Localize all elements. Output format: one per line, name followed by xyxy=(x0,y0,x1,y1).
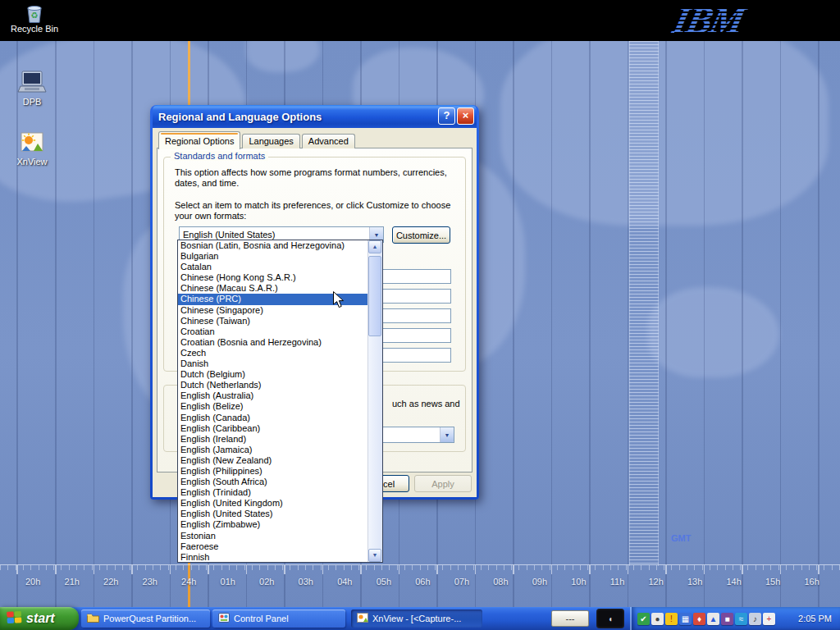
list-item[interactable]: Chinese (Macau S.A.R.) xyxy=(178,283,368,294)
list-item[interactable]: Chinese (Hong Kong S.A.R.) xyxy=(178,272,368,283)
list-item[interactable]: Estonian xyxy=(178,531,368,541)
list-item[interactable]: Croatian (Bosnia and Herzegovina) xyxy=(178,337,368,348)
taskbar-button-control-panel[interactable]: Control Panel xyxy=(212,609,345,628)
tray-icon-7[interactable]: ■ xyxy=(721,613,733,625)
hour-label: 08h xyxy=(493,577,508,587)
recycle-bin-label: Recycle Bin xyxy=(10,24,59,34)
list-scrollbar[interactable]: ▲ ▼ xyxy=(368,240,382,562)
tray-icon-8[interactable]: ≈ xyxy=(735,613,747,625)
xnview-icon xyxy=(357,613,368,624)
list-item[interactable]: Finnish xyxy=(178,552,368,562)
list-item[interactable]: English (South Africa) xyxy=(178,477,368,487)
close-button[interactable]: × xyxy=(457,107,474,125)
folder-icon xyxy=(87,613,99,624)
desktop-screen: ♻ Recycle Bin IBM 20h21h22h23h24h01h02h0… xyxy=(0,0,840,630)
list-item[interactable]: Bulgarian xyxy=(178,251,368,262)
location-text-fragment: uch as news and xyxy=(392,399,460,409)
hour-label: 06h xyxy=(415,577,430,587)
tray-icons: ✔●!▦♦▲■≈♪+ xyxy=(637,613,777,625)
hour-label: 22h xyxy=(103,577,118,587)
start-button[interactable]: start xyxy=(0,607,79,630)
tray-icon-10[interactable]: + xyxy=(763,613,775,625)
list-item[interactable]: English (Zimbabwe) xyxy=(178,519,368,530)
chevron-down-icon[interactable]: ▼ xyxy=(440,427,454,442)
hour-label: 24h xyxy=(181,577,196,587)
tab-regional-options[interactable]: Regional Options xyxy=(158,131,240,149)
list-item[interactable]: Croatian xyxy=(178,326,368,337)
list-item[interactable]: Chinese (Singapore) xyxy=(178,305,368,316)
desktop-icon-dpb[interactable]: DPB xyxy=(2,71,62,107)
desktop-icon-xnview[interactable]: XnView xyxy=(2,131,62,167)
group-caption: Standards and formats xyxy=(171,151,268,161)
taskbar-dark-app-icon[interactable]: ◖ xyxy=(596,609,624,628)
recycle-bin-desktop-icon[interactable]: ♻ Recycle Bin xyxy=(10,2,59,34)
hour-label: 16h xyxy=(805,577,819,587)
list-item[interactable]: English (Caribbean) xyxy=(178,423,368,434)
list-item[interactable]: Czech xyxy=(178,348,368,358)
tray-icon-6[interactable]: ▲ xyxy=(707,613,719,625)
list-item[interactable]: English (United States) xyxy=(178,509,368,519)
list-item[interactable]: English (Ireland) xyxy=(178,434,368,445)
hour-label: 13h xyxy=(687,577,702,587)
hour-label: 10h xyxy=(571,577,586,587)
hour-label: 03h xyxy=(299,577,313,587)
list-item[interactable]: Danish xyxy=(178,358,368,369)
taskbar-button-label: PowerQuest Partition... xyxy=(103,614,196,623)
taskbar-overflow-button[interactable]: --- xyxy=(551,610,589,627)
top-bar: ♻ Recycle Bin IBM xyxy=(0,0,840,41)
list-item[interactable]: English (Philippines) xyxy=(178,466,368,477)
tray-icon-9[interactable]: ♪ xyxy=(749,613,761,625)
windows-flag-icon xyxy=(7,610,22,628)
laptop-icon xyxy=(17,86,47,96)
list-item[interactable]: Bosnian (Latin, Bosnia and Herzegovina) xyxy=(178,240,368,251)
help-button[interactable]: ? xyxy=(438,107,455,125)
svg-text:♻: ♻ xyxy=(31,11,39,20)
scroll-down-button[interactable]: ▼ xyxy=(368,549,381,562)
list-item[interactable]: Chinese (PRC) xyxy=(178,294,368,304)
hour-label: 11h xyxy=(610,577,625,587)
list-item[interactable]: English (New Zealand) xyxy=(178,455,368,466)
list-item[interactable]: Faeroese xyxy=(178,541,368,552)
apply-button[interactable]: Apply xyxy=(414,475,472,492)
regional-language-options-dialog: Regional and Language Options ? × Region… xyxy=(150,105,479,500)
tray-icon-3[interactable]: ! xyxy=(665,613,678,625)
ibm-logo: IBM xyxy=(674,1,771,40)
tray-icon-4[interactable]: ▦ xyxy=(679,613,692,625)
tray-icon-2[interactable]: ● xyxy=(651,613,664,625)
hour-label: 07h xyxy=(454,577,469,587)
hour-ruler-major-ticks xyxy=(0,565,840,574)
list-item[interactable]: English (Jamaica) xyxy=(178,445,368,455)
dialog-body: Regional Options Languages Advanced Stan… xyxy=(153,128,477,497)
scrollbar-thumb[interactable] xyxy=(368,256,381,336)
list-item[interactable]: English (United Kingdom) xyxy=(178,498,368,509)
taskbar-clock: 2:05 PM xyxy=(798,614,840,623)
hour-label: 09h xyxy=(532,577,547,587)
taskbar-button-xnview[interactable]: XnView - [<Capture-... xyxy=(351,609,482,628)
list-item[interactable]: Catalan xyxy=(178,262,368,272)
list-item[interactable]: English (Belize) xyxy=(178,401,368,412)
tray-icon-1[interactable]: ✔ xyxy=(637,613,650,625)
tray-icon-5[interactable]: ♦ xyxy=(693,613,705,625)
list-item[interactable]: English (Canada) xyxy=(178,413,368,423)
taskbar-button-powerquest[interactable]: PowerQuest Partition... xyxy=(81,609,210,628)
hour-label: 23h xyxy=(143,577,158,587)
tab-advanced[interactable]: Advanced xyxy=(302,134,355,148)
standards-description-text: This option affects how some programs fo… xyxy=(175,167,460,189)
dialog-title: Regional and Language Options xyxy=(153,111,322,123)
tab-languages[interactable]: Languages xyxy=(242,134,299,148)
scroll-up-button[interactable]: ▲ xyxy=(368,240,381,253)
desktop-icon-label: XnView xyxy=(2,157,62,167)
customize-button[interactable]: Customize... xyxy=(392,226,450,244)
list-item[interactable]: Dutch (Netherlands) xyxy=(178,380,368,390)
list-item[interactable]: English (Trinidad) xyxy=(178,487,368,498)
taskbar-button-label: XnView - [<Capture-... xyxy=(372,614,461,623)
language-list-items: Bosnian (Latin, Bosnia and Herzegovina)B… xyxy=(178,240,368,562)
xnview-icon xyxy=(20,146,44,156)
desktop-icon-label: DPB xyxy=(2,97,62,107)
dialog-titlebar[interactable]: Regional and Language Options ? × xyxy=(153,105,477,128)
list-item[interactable]: Chinese (Taiwan) xyxy=(178,316,368,326)
taskbar: start PowerQuest Partition... Contro xyxy=(0,607,840,630)
list-item[interactable]: English (Australia) xyxy=(178,390,368,401)
taskbar-button-label: Control Panel xyxy=(234,614,289,623)
list-item[interactable]: Dutch (Belgium) xyxy=(178,369,368,380)
